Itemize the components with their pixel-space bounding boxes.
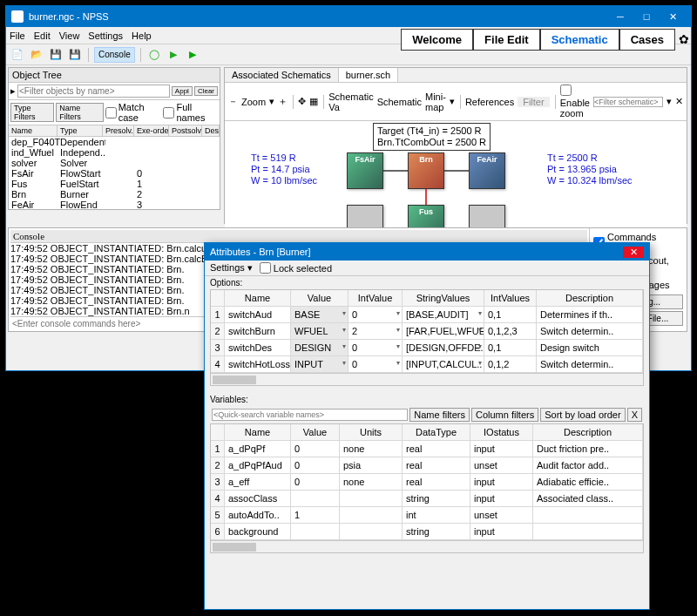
menu-view[interactable]: View [59,30,80,41]
variable-row[interactable]: 3a_eff0nonerealinputAdiabatic efficie.. [211,474,643,491]
option-row[interactable]: 2switchBurnWFUEL2[FAR,FUEL,WFUE..0,1,2,3… [211,323,643,340]
variable-row[interactable]: 4assocClassstringinputAssociated class.. [211,491,643,507]
minimize-button[interactable]: ─ [607,11,633,22]
enable-zoom-chk[interactable] [560,85,572,96]
options-label: Options: [205,276,649,289]
tree-columns: NameTypePresolv.Exe-ordePostsolv.Des [9,125,220,137]
window-title: burner.ngc - NPSS [29,11,607,22]
option-row[interactable]: 4switchHotLossINPUT0[INPUT,CALCUL..0,1,2… [211,356,643,373]
tab-welcome[interactable]: Welcome [401,29,473,51]
tree-row[interactable]: solverSolver [9,158,220,168]
attr-close-button[interactable]: ✕ [623,247,644,258]
play-icon[interactable]: ▶ [166,47,181,63]
variable-row[interactable]: 6backgroundstringinput [211,524,643,540]
main-tabs: Welcome File Edit Schematic Cases [401,29,675,51]
new-icon[interactable]: 📄 [10,47,25,63]
zoom-in-icon[interactable]: ＋ [278,95,288,108]
tree-row[interactable]: dep_F040TtDependent [9,137,220,147]
close-button[interactable]: ✕ [660,11,686,23]
burner-sch-tab[interactable]: burner.sch [339,68,398,82]
app-icon [11,10,24,23]
node-brn[interactable]: Brn [408,152,444,189]
variable-row[interactable]: 1a_dPqPf0nonerealinputDuct friction pre.… [211,441,643,457]
variables-grid: NameValueUnitsDataTypeIOstatusDescriptio… [210,423,644,553]
left-values: Tt = 519 RPt = 14.7 psiaW = 10 lbm/sec [251,152,317,187]
tab-schematic[interactable]: Schematic [540,29,619,51]
references-btn[interactable]: References [465,97,514,107]
zoom-out-icon[interactable]: － [228,95,238,108]
tree-row[interactable]: BrnBurner2 [9,189,220,200]
target-box: Target (Tt4_in) = 2500 RBrn.TtCombOut = … [373,123,491,151]
sort-load-order-button[interactable]: Sort by load order [540,408,625,422]
filter-btn[interactable]: Filter [518,97,549,107]
console-toggle[interactable]: Console [94,47,135,63]
tree-filter-input[interactable] [17,85,170,98]
fastplay-icon[interactable]: ▶ [185,47,200,63]
clear-filter[interactable]: Clear [194,86,218,96]
pan-icon[interactable]: ✥ [298,96,306,107]
menu-file[interactable]: File [10,30,25,41]
assoc-schematics-tab[interactable]: Associated Schematics [225,68,339,82]
menu-settings[interactable]: Settings [88,30,123,41]
options-scrollbar[interactable] [211,373,643,385]
tab-file-edit[interactable]: File Edit [473,29,540,51]
lock-selected-chk[interactable] [260,262,271,274]
var-search-input[interactable] [212,409,408,421]
save-icon[interactable]: 💾 [48,47,64,63]
name-filters-btn[interactable]: Name Filters [56,103,103,122]
options-grid: NameValueIntValueStringValuesIntValuesDe… [210,289,644,386]
tree-row[interactable]: FeAirFlowEnd3 [9,200,220,210]
match-case-chk[interactable] [105,107,117,118]
tab-cases[interactable]: Cases [619,29,675,51]
option-row[interactable]: 3switchDesDESIGN0[DESIGN,OFFDE..0,1Desig… [211,340,643,356]
schematic-values-btn[interactable]: Schematic Va [328,91,373,112]
menu-edit[interactable]: Edit [34,30,51,41]
schematic-pane: Associated Schematics burner.sch － Zoom … [224,67,687,224]
option-row[interactable]: 1switchAudBASE0[BASE,AUDIT]0,1Determines… [211,307,643,323]
node-fsair[interactable]: FsAir [347,152,383,189]
variables-scrollbar[interactable] [211,540,643,552]
open-icon[interactable]: 📂 [29,47,44,63]
grid-icon[interactable]: ▦ [309,96,318,107]
tree-row[interactable]: FusFuelStart1 [9,179,220,189]
expand-icon[interactable]: ▸ [10,85,16,97]
main-titlebar: burner.ngc - NPSS ─ □ ✕ [6,6,691,27]
tree-row[interactable]: FsAirFlowStart0 [9,168,220,179]
filter-schematic-input[interactable] [593,97,663,107]
attributes-dialog: Attributes - Brn [Burner] ✕ Settings ▾ L… [204,242,650,610]
schematic-btn[interactable]: Schematic [377,97,422,107]
node-feair[interactable]: FeAir [469,152,505,189]
variables-label: Variables: [205,393,649,406]
gear-icon[interactable]: ✿ [679,32,689,46]
variable-row[interactable]: 5autoAddTo..1intunset [211,507,643,524]
var-clear-button[interactable]: X [627,408,642,422]
right-values: Tt = 2500 RPt = 13.965 psiaW = 10.324 lb… [547,152,633,187]
minimap-btn[interactable]: Mini-map [425,91,446,112]
clear-icon[interactable]: ✕ [675,96,683,107]
full-names-chk[interactable] [163,107,174,118]
zoom-drop-icon[interactable]: ▾ [269,96,274,107]
attr-title: Attributes - Brn [Burner] [210,247,623,257]
menu-help[interactable]: Help [132,30,152,41]
variable-row[interactable]: 2a_dPqPfAud0psiarealunsetAudit factor ad… [211,457,643,474]
name-filters-button[interactable]: Name filters [409,408,470,422]
apply-filter[interactable]: Appl [172,86,193,96]
console-title: Console [10,230,587,243]
attr-settings-menu[interactable]: Settings ▾ [210,262,253,274]
run-icon[interactable]: ◯ [146,47,162,63]
type-filters-btn[interactable]: Type Filters [10,103,54,122]
zoom-label: Zoom [241,97,266,107]
maximize-button[interactable]: □ [633,11,660,22]
tree-title: Object Tree [9,68,220,83]
object-tree: Object Tree ▸ Appl Clear Type Filters Na… [8,67,220,210]
column-filters-button[interactable]: Column filters [471,408,538,422]
tree-row[interactable]: ind_WfuelIndepend.. [9,147,220,158]
saveall-icon[interactable]: 💾 [67,47,83,63]
